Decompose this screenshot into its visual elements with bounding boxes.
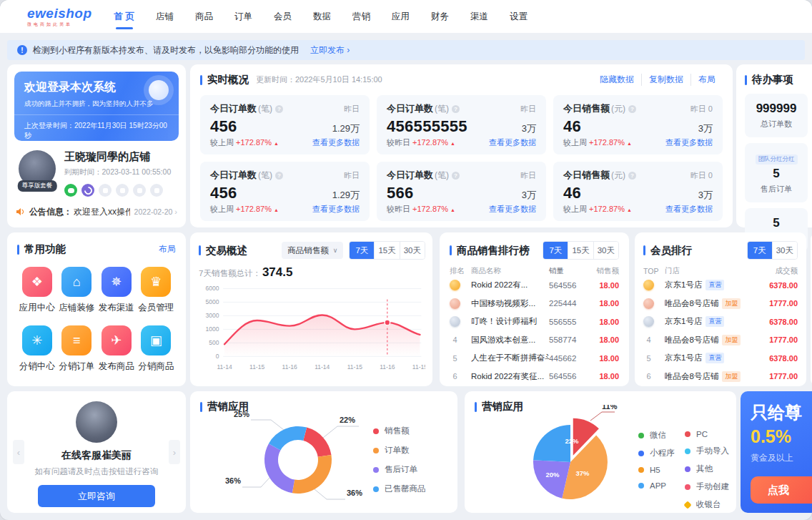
help-icon[interactable]: ? <box>452 105 460 113</box>
nav-item-channels[interactable]: 渠道 <box>460 0 499 33</box>
hide-data-link[interactable]: 隐藏数据 <box>593 74 641 86</box>
stat-value: 566 <box>387 184 414 202</box>
view-more-link[interactable]: 查看更多数据 <box>312 204 360 215</box>
copy-data-link[interactable]: 复制数据 <box>641 74 690 86</box>
legend-item-wechat[interactable]: 微信 <box>638 430 675 441</box>
table-row[interactable]: 唯品会8号店铺加盟 1777.00 <box>643 295 798 313</box>
quick-item-app-center[interactable]: ❖ 应用中心 <box>17 267 57 314</box>
wechat-channel-icon[interactable] <box>64 184 77 197</box>
help-icon[interactable]: ? <box>628 172 636 180</box>
help-icon[interactable]: ? <box>275 172 283 180</box>
legend-dot <box>373 486 379 492</box>
table-row[interactable]: 6 唯品会8号店铺加盟 1777.00 <box>643 368 798 386</box>
promo-banner: 只给尊 0.5% 黄金及以上 点我 <box>741 391 812 513</box>
quick-item-publish-channel[interactable]: ✵ 发布渠道 <box>96 267 137 314</box>
nav-item-apps[interactable]: 应用 <box>381 0 420 33</box>
tab-15d[interactable]: 15天 <box>374 242 399 259</box>
stat-title: 今日销售额(元)? <box>563 169 636 182</box>
announcement-bar[interactable]: 公告信息： 欢迎登入xx操作系统出... 2022-02-20 › <box>16 203 177 220</box>
legend-item-pc[interactable]: PC <box>685 430 729 438</box>
logo[interactable]: eweishop 微电商如此简单 <box>27 6 92 26</box>
legend-item-app[interactable]: APP <box>638 481 675 490</box>
legend-item-orders[interactable]: 订单数 <box>373 445 426 456</box>
quick-item-distribution-center[interactable]: ✳ 分销中心 <box>17 325 57 373</box>
disabled-channel-icon <box>150 184 163 197</box>
nav-item-settings[interactable]: 设置 <box>499 0 538 33</box>
svg-text:11-15: 11-15 <box>412 363 425 371</box>
help-icon[interactable]: ? <box>275 105 283 113</box>
stat-card-today-orders: 今日订单数(笔)? 昨日 456 1.29万 较上周 +172.87% ▲ 查看… <box>200 95 370 154</box>
up-arrow-icon: ▲ <box>627 207 632 212</box>
todo-badge: 团队分红分红 <box>756 154 798 165</box>
nav-item-shop[interactable]: 店铺 <box>145 0 184 33</box>
layout-link[interactable]: 布局 <box>159 243 176 255</box>
realtime-title: 实时概况 <box>200 73 249 87</box>
svg-text:0: 0 <box>216 353 219 360</box>
metric-dropdown[interactable]: 商品销售额 ∨ <box>282 242 343 259</box>
view-more-link[interactable]: 查看更多数据 <box>665 137 713 148</box>
promo-cta-button[interactable]: 点我 <box>751 476 812 504</box>
view-more-link[interactable]: 查看更多数据 <box>489 204 536 215</box>
quick-item-shop-decorate[interactable]: ⌂ 店铺装修 <box>57 267 97 314</box>
shop-profile-card: 尊享版套餐 王晓璇同學的店铺 到期时间：2023-03-11 00:55:00 <box>14 141 179 197</box>
nav-item-data[interactable]: 数据 <box>302 0 342 33</box>
legend-item-miniprogram[interactable]: 小程序 <box>638 448 675 458</box>
silver-medal-icon <box>643 316 654 327</box>
table-row[interactable]: 5 京东1号店直营 6378.00 <box>643 349 798 368</box>
direct-store-badge: 直营 <box>705 280 724 290</box>
nav-item-goods[interactable]: 商品 <box>184 0 224 33</box>
table-row[interactable]: 4 唯品会8号店铺加盟 1777.00 <box>643 331 798 350</box>
legend-item-h5[interactable]: H5 <box>638 466 675 474</box>
carousel-right-arrow[interactable]: › <box>169 440 180 464</box>
nav-item-members[interactable]: 会员 <box>263 0 302 33</box>
legend-item-manual-import[interactable]: 手动导入 <box>685 446 729 456</box>
quick-item-distribution-goods[interactable]: ▣ 分销商品 <box>137 325 177 373</box>
legend-item-sales[interactable]: 销售额 <box>373 426 426 436</box>
table-row[interactable]: 中国移动视频彩... 225444 18.00 <box>450 295 619 313</box>
layout-link[interactable]: 布局 <box>690 74 723 86</box>
table-row[interactable]: 6 Rokid 2022有奖征... 564556 18.00 <box>450 368 619 386</box>
legend-item-other[interactable]: 其他 <box>685 463 729 474</box>
table-row[interactable]: 京东1号店直营 6378.00 <box>643 313 798 331</box>
quick-item-member-manage[interactable]: ♛ 会员管理 <box>137 267 177 314</box>
tab-30d[interactable]: 30天 <box>400 242 425 259</box>
view-more-link[interactable]: 查看更多数据 <box>312 137 360 148</box>
nav-item-orders[interactable]: 订单 <box>224 0 263 33</box>
stat-value: 456555555 <box>387 117 467 136</box>
todo-card-aftersale-orders[interactable]: 团队分红分红 5 售后订单 <box>745 143 808 202</box>
disabled-channel-icon <box>99 184 112 197</box>
legend-item-cashier[interactable]: 收银台 <box>685 499 729 510</box>
link-channel-icon[interactable] <box>81 184 94 197</box>
table-row[interactable]: 4 国风游戏本创意... 558774 18.00 <box>450 331 619 350</box>
help-icon[interactable]: ? <box>452 172 460 180</box>
nav-item-home[interactable]: 首 页 <box>104 0 145 33</box>
table-row[interactable]: 京东1号店直营 6378.00 <box>643 276 798 295</box>
legend-item-soldout[interactable]: 已售罄商品 <box>373 484 426 494</box>
todo-card-total-orders[interactable]: 999999 总订单数 <box>745 94 808 137</box>
view-more-link[interactable]: 查看更多数据 <box>489 137 536 148</box>
svg-text:22%: 22% <box>340 416 355 424</box>
nav-item-finance[interactable]: 财务 <box>420 0 460 33</box>
view-more-link[interactable]: 查看更多数据 <box>665 204 713 215</box>
carousel-left-arrow[interactable]: ‹ <box>13 440 24 464</box>
consult-now-button[interactable]: 立即咨询 <box>38 485 155 507</box>
table-row[interactable]: 5 人生在于不断拼搏奋斗！ 445662 18.00 <box>450 349 619 368</box>
tab-7d[interactable]: 7天 <box>350 242 374 259</box>
publish-now-link[interactable]: 立即发布 › <box>310 44 350 57</box>
tab-15d[interactable]: 15天 <box>568 242 593 259</box>
tab-30d[interactable]: 30天 <box>772 242 797 259</box>
tab-7d[interactable]: 7天 <box>543 242 568 259</box>
quick-item-publish-goods[interactable]: ✈ 发布商品 <box>96 325 137 373</box>
yesterday-label: 昨日 <box>520 104 536 114</box>
table-row[interactable]: 叮咚！设计师福利 556555 18.00 <box>450 313 619 331</box>
legend-item-aftersale[interactable]: 售后订单 <box>373 464 426 475</box>
stat-card-today-sales: 今日销售额(元)? 昨日 0 46 3万 较上周 +172.87% ▲ 查看更多… <box>553 162 723 221</box>
tab-30d[interactable]: 30天 <box>593 242 618 259</box>
help-icon[interactable]: ? <box>628 105 636 113</box>
svg-text:11-16: 11-16 <box>380 363 395 371</box>
table-row[interactable]: Rokid 2022有... 564556 18.00 <box>450 276 619 295</box>
nav-item-marketing[interactable]: 营销 <box>342 0 381 33</box>
tab-7d[interactable]: 7天 <box>748 242 772 259</box>
legend-item-manual-create[interactable]: 手动创建 <box>685 481 729 492</box>
quick-item-distribution-order[interactable]: ≡ 分销订单 <box>57 325 97 373</box>
